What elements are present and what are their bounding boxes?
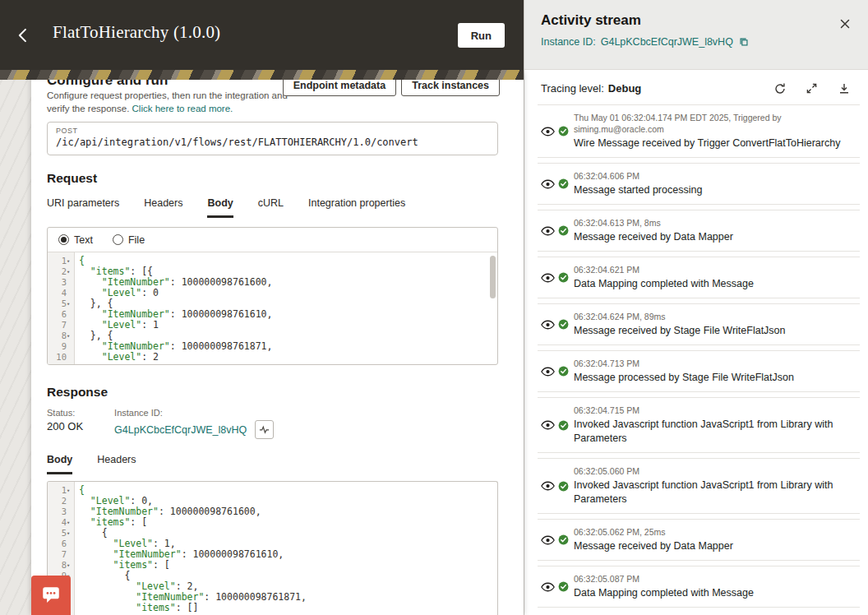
configure-and-run-card: Configure and run Configure request prop…	[31, 72, 524, 615]
activity-stream-panel: Activity stream Instance ID: G4LpKCbcEfC…	[524, 0, 868, 615]
activity-entry[interactable]: 06:32:05.087 PM Data Mapping completed w…	[538, 566, 860, 608]
activity-stream-icon-button[interactable]	[255, 420, 274, 439]
request-tab-headers[interactable]: Headers	[144, 197, 182, 218]
activity-entry[interactable]: 06:32:04.606 PM Message started processi…	[538, 163, 860, 205]
activity-entry[interactable]: Thu May 01 06:32:04.174 PM EDT 2025, Tri…	[538, 104, 860, 158]
code-line: "Level": 2	[79, 352, 497, 363]
status-value: 200 OK	[47, 420, 83, 432]
response-tab-body[interactable]: Body	[47, 454, 72, 474]
view-payload-eye-icon[interactable]	[541, 582, 555, 592]
entry-icons	[541, 178, 574, 189]
fold-line-number[interactable]: 2▾	[48, 266, 74, 277]
activity-entry[interactable]: 06:32:04.624 PM, 89ms Message received b…	[538, 303, 860, 345]
body-type-radio-file[interactable]: File	[113, 234, 145, 246]
response-tab-headers[interactable]: Headers	[97, 454, 136, 474]
fold-line-number[interactable]: 5▾	[48, 298, 74, 309]
request-code-editor[interactable]: 1▾2▾345▾678▾910 { "items": [{ "ItemNumbe…	[48, 252, 497, 364]
view-payload-eye-icon[interactable]	[541, 179, 555, 189]
expand-icon[interactable]	[806, 81, 820, 95]
success-check-icon	[558, 126, 569, 136]
request-heading: Request	[47, 171, 97, 186]
activity-entries-list: Thu May 01 06:32:04.174 PM EDT 2025, Tri…	[524, 103, 868, 609]
entry-icons	[541, 225, 574, 236]
view-payload-eye-icon[interactable]	[541, 481, 555, 491]
fold-line-number[interactable]: 8▾	[48, 331, 74, 341]
entry-message: Message received by Stage File WriteFlat…	[574, 324, 852, 338]
view-payload-eye-icon[interactable]	[541, 127, 555, 136]
view-payload-eye-icon[interactable]	[541, 535, 555, 545]
activity-entry[interactable]: 06:32:05.060 PM Invoked Javascript funct…	[538, 458, 860, 514]
http-method-label: POST	[48, 123, 497, 135]
radio-label: Text	[74, 234, 93, 246]
request-tabs: URI parametersHeadersBodycURLIntegration…	[47, 197, 405, 218]
body-type-radio-text[interactable]: Text	[58, 234, 93, 246]
activity-instance-id-link[interactable]: G4LpKCbcEfCqrJWE_l8vHQ	[601, 36, 733, 48]
success-check-icon	[558, 319, 569, 330]
instance-id-link[interactable]: G4LpKCbcEfCqrJWE_l8vHQ	[114, 424, 247, 436]
response-code-editor[interactable]: 1▾234▾5▾678▾9▾101112 { "Level": 0, "Item…	[48, 482, 497, 615]
chat-button[interactable]	[31, 576, 71, 615]
request-tab-body[interactable]: Body	[207, 197, 233, 218]
entry-message: Invoked Javascript function JavaScript1 …	[574, 418, 852, 446]
response-code-content[interactable]: { "Level": 0, "ItemNumber": 100000098761…	[75, 482, 497, 615]
back-button[interactable]	[15, 25, 35, 46]
entry-message: Wire Message received by Trigger Convert…	[574, 136, 852, 150]
line-number: 3	[48, 506, 74, 517]
entry-icons	[541, 126, 574, 136]
app-window: FlatToHierarchy (1.0.0) Run Configure an…	[0, 0, 868, 615]
success-check-icon	[558, 272, 569, 283]
success-check-icon	[558, 178, 569, 189]
entry-icons	[541, 420, 574, 431]
code-line: "items": []	[79, 603, 497, 613]
fold-line-number[interactable]: 4▾	[48, 517, 74, 528]
fold-line-number[interactable]: 8▾	[48, 560, 74, 571]
view-payload-eye-icon[interactable]	[541, 420, 555, 430]
configure-description: Configure request properties, then run t…	[47, 89, 293, 115]
activity-entry[interactable]: 06:32:04.621 PM Data Mapping completed w…	[538, 257, 860, 298]
line-number: 4	[48, 288, 74, 298]
entry-timestamp: 06:32:04.606 PM	[574, 170, 852, 182]
entry-timestamp: 06:32:05.060 PM	[574, 465, 852, 477]
entry-icons	[541, 581, 574, 592]
editor-scrollbar[interactable]	[490, 256, 496, 298]
copy-icon[interactable]	[738, 35, 750, 48]
activity-stream-header: Activity stream Instance ID: G4LpKCbcEfC…	[524, 0, 868, 70]
entry-icons	[541, 272, 574, 283]
endpoint-field[interactable]: POST /ic/api/integration/v1/flows/rest/F…	[47, 122, 498, 155]
entry-icons	[541, 366, 574, 377]
chat-bubble-icon	[40, 585, 62, 606]
activity-entry[interactable]: 06:32:04.613 PM, 8ms Message received by…	[538, 210, 860, 252]
fold-line-number[interactable]: 1▾	[48, 485, 74, 496]
close-icon[interactable]	[838, 16, 853, 31]
view-payload-eye-icon[interactable]	[541, 273, 555, 283]
activity-entry[interactable]: 06:32:04.715 PM Invoked Javascript funct…	[538, 397, 860, 453]
request-tab-uri-parameters[interactable]: URI parameters	[47, 197, 119, 218]
run-button[interactable]: Run	[458, 23, 505, 48]
request-code-content[interactable]: { "items": [{ "ItemNumber": 100000098761…	[75, 252, 497, 364]
read-more-link[interactable]: Click here to read more.	[132, 104, 233, 113]
line-number: 6	[48, 309, 74, 320]
activity-entry[interactable]: 06:32:04.713 PM Message processed by Sta…	[538, 350, 860, 392]
request-tab-curl[interactable]: cURL	[258, 197, 284, 218]
line-number: 6	[48, 539, 74, 549]
instance-label: Instance ID:	[114, 408, 274, 418]
entry-message: Data Mapping completed with Message	[574, 277, 852, 291]
entry-timestamp: 06:32:04.624 PM, 89ms	[574, 311, 852, 322]
entry-timestamp: 06:32:05.062 PM, 25ms	[574, 526, 852, 538]
radio-label: File	[128, 234, 145, 246]
request-tab-integration-properties[interactable]: Integration properties	[308, 197, 405, 218]
fold-line-number[interactable]: 1▾	[48, 256, 74, 266]
activity-entry[interactable]: 06:32:05.062 PM, 25ms Message received b…	[538, 519, 860, 561]
view-payload-eye-icon[interactable]	[541, 226, 555, 236]
download-icon[interactable]	[838, 81, 852, 95]
refresh-icon[interactable]	[773, 81, 787, 95]
entry-message: Data Mapping completed with Message	[574, 586, 852, 600]
fold-line-number[interactable]: 5▾	[48, 528, 74, 539]
radio-icon	[58, 234, 69, 245]
view-payload-eye-icon[interactable]	[541, 367, 555, 377]
success-check-icon	[558, 581, 569, 592]
success-check-icon	[558, 420, 569, 431]
code-line: "Level": 0	[79, 288, 497, 298]
view-payload-eye-icon[interactable]	[541, 320, 555, 330]
entry-icons	[541, 319, 574, 330]
